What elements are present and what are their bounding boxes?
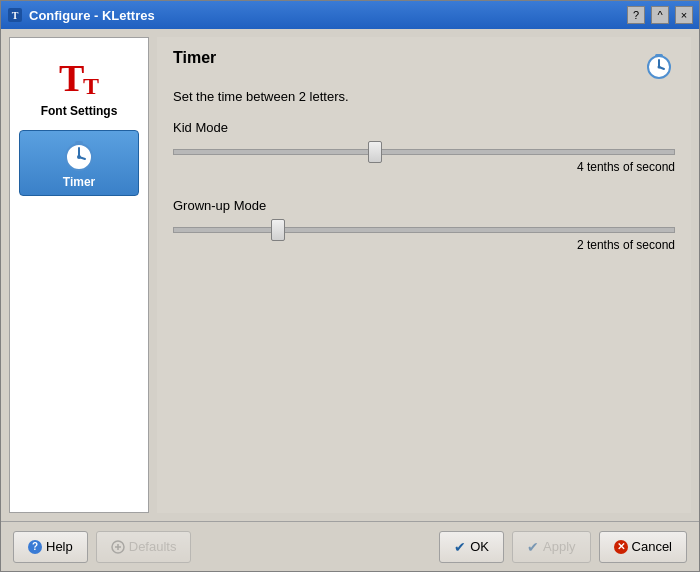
timer-icon: [61, 137, 97, 173]
kid-mode-slider[interactable]: [173, 149, 675, 155]
help-icon: ?: [28, 540, 42, 554]
sidebar-item-timer[interactable]: Timer: [19, 130, 139, 196]
help-button[interactable]: ? Help: [13, 531, 88, 563]
titlebar: T Configure - KLettres ? ^ ×: [1, 1, 699, 29]
svg-rect-8: [655, 54, 663, 57]
clock-icon: [643, 49, 675, 81]
window-title: Configure - KLettres: [29, 8, 621, 23]
sidebar: T T Font Settings Timer: [9, 37, 149, 513]
window-body: T T Font Settings Timer: [1, 29, 699, 571]
content-title: Timer: [173, 49, 216, 67]
app-icon: T: [7, 7, 23, 23]
main-window: T Configure - KLettres ? ^ × T T Font Se…: [0, 0, 700, 572]
content-description: Set the time between 2 letters.: [173, 89, 675, 104]
maximize-button[interactable]: ^: [651, 6, 669, 24]
main-area: T T Font Settings Timer: [1, 29, 699, 521]
cancel-button[interactable]: ✕ Cancel: [599, 531, 687, 563]
bottom-bar: ? Help Defaults ✔ OK ✔ Apply ✕ Ca: [1, 521, 699, 571]
cancel-icon: ✕: [614, 540, 628, 554]
kid-mode-label: Kid Mode: [173, 120, 675, 135]
grownup-mode-section: Grown-up Mode 2 tenths of second: [173, 198, 675, 252]
font-settings-label: Font Settings: [41, 104, 118, 118]
svg-point-11: [658, 66, 661, 69]
defaults-button[interactable]: Defaults: [96, 531, 192, 563]
apply-icon: ✔: [527, 539, 539, 555]
grownup-mode-label: Grown-up Mode: [173, 198, 675, 213]
timer-label: Timer: [63, 175, 95, 189]
svg-text:T: T: [12, 10, 19, 21]
sidebar-item-font-settings[interactable]: T T Font Settings: [14, 46, 144, 126]
svg-rect-3: [75, 141, 83, 145]
kid-mode-slider-wrapper: [173, 143, 675, 158]
grownup-mode-slider[interactable]: [173, 227, 675, 233]
svg-point-6: [77, 155, 81, 159]
defaults-icon: [111, 540, 125, 554]
apply-button[interactable]: ✔ Apply: [512, 531, 591, 563]
help-titlebar-button[interactable]: ?: [627, 6, 645, 24]
close-button[interactable]: ×: [675, 6, 693, 24]
font-settings-icon: T T: [55, 54, 103, 102]
grownup-mode-slider-wrapper: [173, 221, 675, 236]
ok-button[interactable]: ✔ OK: [439, 531, 504, 563]
content-header: Timer: [173, 49, 675, 81]
ok-icon: ✔: [454, 539, 466, 555]
kid-mode-section: Kid Mode 4 tenths of second: [173, 120, 675, 174]
content-area: Timer Set the time between 2 letters. Ki…: [157, 37, 691, 513]
